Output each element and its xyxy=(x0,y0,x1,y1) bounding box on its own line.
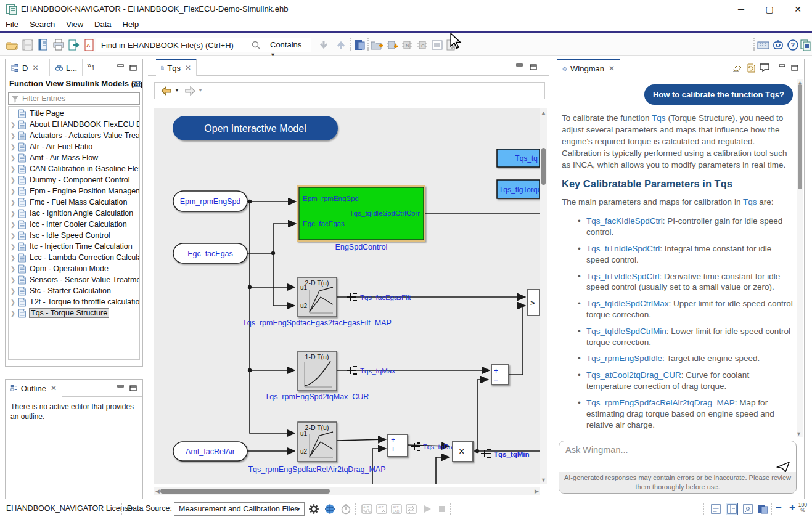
minimize-editor-icon[interactable] xyxy=(515,63,524,70)
documents-icon[interactable] xyxy=(800,39,812,51)
menu-help[interactable]: Help xyxy=(117,18,145,30)
filter-input[interactable]: Filter Entries xyxy=(8,92,140,105)
feedback-icon[interactable] xyxy=(760,63,769,72)
tree-item[interactable]: ❯Sensors - Sensor Value Treatment xyxy=(9,274,139,285)
expand-chevron-icon[interactable]: ❯ xyxy=(9,210,17,217)
alt-swap-icon[interactable] xyxy=(406,503,417,515)
inport-egc-facegas[interactable]: Egc_facEgas xyxy=(173,243,247,263)
parameter-link[interactable]: Tqs_tqIdleSpdCtrlMin xyxy=(586,327,666,336)
close-tab-icon[interactable]: ✕ xyxy=(32,63,38,72)
simulink-diagram-canvas[interactable]: Open Interactive Model Tqs_tq Tqs_flgTor… xyxy=(154,108,540,484)
keyboard-icon[interactable] xyxy=(757,39,769,51)
tree-item[interactable]: ❯Afr - Air Fuel Ratio xyxy=(9,141,139,152)
open-model-icon[interactable] xyxy=(353,39,366,51)
menu-data[interactable]: Data xyxy=(89,18,117,30)
save-icon[interactable] xyxy=(22,39,34,51)
map2-block[interactable]: 2-D T(u) u1 u2 Tqs_rpmEngSpdfacRelAir2tq… xyxy=(248,422,385,474)
expand-chevron-icon[interactable]: ❯ xyxy=(9,144,17,150)
tree-item[interactable]: ❯Fmc - Fuel Mass Calculation xyxy=(9,197,139,208)
scroll-left-icon[interactable]: ◀ xyxy=(155,488,160,494)
cur-block[interactable]: 1-D T(u) Tqs_rpmEngSpd2tqMax_CUR xyxy=(265,351,369,401)
pdf-icon[interactable]: A xyxy=(83,39,96,51)
maximize-editor-icon[interactable] xyxy=(529,63,538,70)
tree-item[interactable]: ❯Icc - Inter Cooler Calculation xyxy=(9,219,139,230)
menu-file[interactable]: File xyxy=(0,18,24,30)
tree-item[interactable]: ❯Itc - Injection Time Calculation xyxy=(9,241,139,252)
tree-item[interactable]: ❯Iac - Ignition Angle Calculation xyxy=(9,208,139,219)
minimize-button[interactable]: ─ xyxy=(727,0,755,18)
close-wingman-icon[interactable]: ✕ xyxy=(609,64,615,73)
minimize-wingman-icon[interactable] xyxy=(778,63,787,71)
vscroll-thumb[interactable] xyxy=(541,148,546,185)
expand-chevron-icon[interactable]: ❯ xyxy=(9,299,17,306)
settings-gear-icon[interactable] xyxy=(308,503,319,515)
diagram-vscrollbar[interactable]: ▲ ▼ xyxy=(540,108,547,484)
export-chat-icon[interactable] xyxy=(747,63,756,73)
single-page-view-icon[interactable] xyxy=(710,503,721,515)
minimize-outline-icon[interactable] xyxy=(117,384,125,391)
scroll-right-icon[interactable]: ▶ xyxy=(535,488,539,494)
maximize-outline-icon[interactable] xyxy=(129,384,137,391)
stop-icon[interactable] xyxy=(437,503,448,515)
close-outline-icon[interactable]: ✕ xyxy=(51,384,57,393)
tag-facegasfilt[interactable]: Tqs_facEgasFilt xyxy=(347,293,411,301)
open-interactive-model-button[interactable]: Open Interactive Model xyxy=(173,116,338,140)
block-c-icon[interactable]: C xyxy=(417,39,429,51)
tree-item[interactable]: Title Page xyxy=(9,108,139,119)
parameter-link[interactable]: Tqs_rpmEngSpdfacRelAir2tqDrag_MAP xyxy=(586,398,735,407)
expand-chevron-icon[interactable]: ❯ xyxy=(9,243,17,250)
ask-wingman-input[interactable]: Ask Wingman... AI-generated responses ma… xyxy=(559,441,797,494)
wingman-scrollbar[interactable]: ▲ xyxy=(797,79,803,437)
send-icon[interactable] xyxy=(776,461,791,473)
parameter-link[interactable]: Tqs_tiTnIdleSpdCtrl xyxy=(586,244,660,253)
add-block-icon[interactable] xyxy=(386,39,398,51)
parameter-link[interactable]: Tqs_tqIdleSpdCtrlMax xyxy=(586,299,669,308)
menu-view[interactable]: View xyxy=(60,18,89,30)
play-icon[interactable] xyxy=(422,503,433,515)
model-view-icon[interactable] xyxy=(757,503,768,515)
zoom-out-button[interactable]: − xyxy=(776,502,782,514)
tab-tqs[interactable]: Tqs ✕ xyxy=(156,59,197,76)
maximize-wingman-icon[interactable] xyxy=(790,63,799,71)
tree-item[interactable]: ❯Opm - Operation Mode xyxy=(9,263,139,274)
expand-chevron-icon[interactable]: ❯ xyxy=(9,199,17,206)
split-view-icon[interactable] xyxy=(726,503,737,515)
inport-amf-facrelair[interactable]: Amf_facRelAir xyxy=(173,442,247,461)
zoom-in-button[interactable]: + xyxy=(789,502,795,514)
scroll-down-icon[interactable]: ▼ xyxy=(796,431,802,437)
goto-block-tqs-tq[interactable]: Tqs_tq xyxy=(497,149,540,167)
ebook-icon[interactable] xyxy=(37,39,49,51)
tag-tqdrag[interactable]: Tqs_tqDrag xyxy=(411,443,458,450)
tree-item[interactable]: ❯About EHANDBOOK FlexECU Demo xyxy=(9,119,139,130)
timer-icon[interactable] xyxy=(340,503,351,515)
inport-epm-rpmengspd[interactable]: Epm_rpmEngSpd xyxy=(173,191,247,211)
arrow-up-icon[interactable] xyxy=(335,39,347,51)
expand-chevron-icon[interactable]: ❯ xyxy=(9,132,17,139)
parameter-link[interactable]: Tqs_rpmEngSpdIdle xyxy=(586,354,662,363)
parameter-link[interactable]: Tqs_atCool2tqDrag_CUR xyxy=(586,370,681,380)
expand-chevron-icon[interactable]: ❯ xyxy=(9,288,17,295)
expand-chevron-icon[interactable]: ❯ xyxy=(9,266,17,272)
map1-block[interactable]: 2-D T(u) u1 u2 Tqs_rpmEngSpdfacEgas2facE… xyxy=(242,277,392,327)
view-menu-icon[interactable] xyxy=(133,80,141,88)
list-icon[interactable] xyxy=(431,39,443,51)
open-folder-icon[interactable] xyxy=(6,39,18,51)
data-source-dropdown[interactable]: Measurement and Calibration Files ▼ xyxy=(174,502,305,516)
expand-chevron-icon[interactable]: ❯ xyxy=(9,166,17,173)
tab-list-view[interactable]: L... xyxy=(51,59,83,76)
data-sphere-icon[interactable] xyxy=(324,503,335,515)
inline-function-link[interactable]: Tqs xyxy=(743,197,757,206)
tree-item[interactable]: ❯Amf - Air Mass Flow xyxy=(9,152,139,163)
tag-tqmax[interactable]: Tqs_tqMax xyxy=(347,367,395,375)
expand-chevron-icon[interactable]: ❯ xyxy=(9,155,17,161)
tree-item[interactable]: ❯Stc - Starter Calculation xyxy=(9,285,139,296)
block-n-icon[interactable]: N xyxy=(401,39,414,51)
reader-view-icon[interactable] xyxy=(742,503,753,515)
sum1-block[interactable]: + + xyxy=(388,434,408,457)
maximize-panel-icon[interactable] xyxy=(129,63,137,71)
find-search-box[interactable]: Find in EHANDBOOK File(s) (Ctrl+H) Conta… xyxy=(96,38,311,52)
diagram-hscrollbar[interactable]: ◀ ▶ xyxy=(154,487,540,495)
tree-item[interactable]: ❯Lcc - Lambda Correction Calculatio xyxy=(9,252,139,263)
tree-item[interactable]: ❯Actuators - Actuators Value Treatme xyxy=(9,130,139,141)
tab-overflow-chevron[interactable]: »1 xyxy=(87,60,95,71)
